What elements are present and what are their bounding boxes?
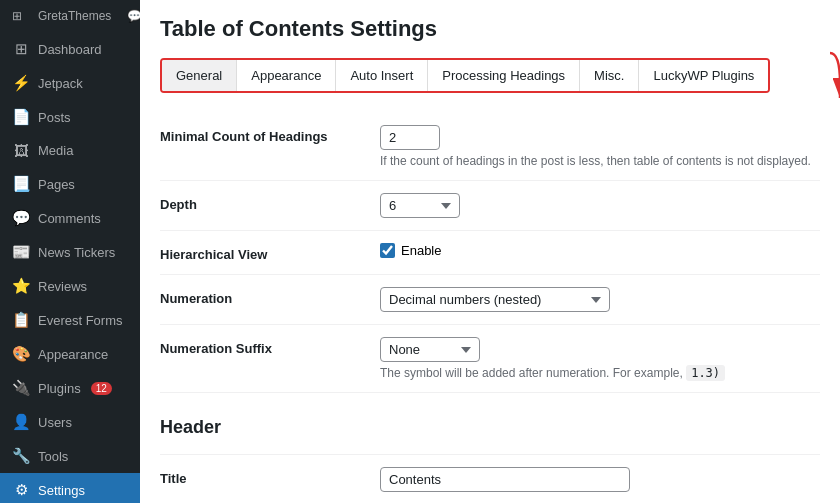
checkbox-hierarchical[interactable] bbox=[380, 243, 395, 258]
plugins-badge: 12 bbox=[91, 382, 112, 395]
control-hierarchical: Enable bbox=[380, 243, 820, 258]
sidebar-item-label: Posts bbox=[38, 110, 71, 125]
sidebar-menu: ⊞ Dashboard ⚡ Jetpack 📄 Posts 🖼 Media 📃 … bbox=[0, 32, 140, 503]
input-title[interactable] bbox=[380, 467, 630, 492]
checkbox-label-hierarchical[interactable]: Enable bbox=[380, 243, 820, 258]
sidebar-item-news-tickers[interactable]: 📰 News Tickers bbox=[0, 235, 140, 269]
input-min-headings[interactable] bbox=[380, 125, 440, 150]
sidebar-item-label: Users bbox=[38, 415, 72, 430]
sidebar-item-label: Pages bbox=[38, 177, 75, 192]
sidebar-item-label: Reviews bbox=[38, 279, 87, 294]
sidebar-item-dashboard[interactable]: ⊞ Dashboard bbox=[0, 32, 140, 66]
description-numeration-suffix: The symbol will be added after numeratio… bbox=[380, 366, 820, 380]
reviews-icon: ⭐ bbox=[12, 277, 30, 295]
sidebar-item-label: Plugins bbox=[38, 381, 81, 396]
sidebar-item-posts[interactable]: 📄 Posts bbox=[0, 100, 140, 134]
users-icon: 👤 bbox=[12, 413, 30, 431]
sidebar-item-users[interactable]: 👤 Users bbox=[0, 405, 140, 439]
tab-luckywp-plugins[interactable]: LuckyWP Plugins bbox=[639, 60, 768, 91]
sidebar-item-tools[interactable]: 🔧 Tools bbox=[0, 439, 140, 473]
sidebar-item-settings[interactable]: ⚙ Settings bbox=[0, 473, 140, 503]
news-tickers-icon: 📰 bbox=[12, 243, 30, 261]
plugins-icon: 🔌 bbox=[12, 379, 30, 397]
sidebar-item-media[interactable]: 🖼 Media bbox=[0, 134, 140, 167]
wp-logo[interactable]: ⊞ bbox=[12, 9, 22, 23]
control-depth: 6 1 2 3 4 5 bbox=[380, 193, 820, 218]
site-name[interactable]: GretaThemes bbox=[38, 9, 111, 23]
tab-auto-insert[interactable]: Auto Insert bbox=[336, 60, 428, 91]
sidebar-item-label: Settings bbox=[38, 483, 85, 498]
tab-general[interactable]: General bbox=[162, 60, 237, 91]
settings-row-title: Title bbox=[160, 455, 820, 503]
select-depth[interactable]: 6 1 2 3 4 5 bbox=[380, 193, 460, 218]
label-min-headings: Minimal Count of Headings bbox=[160, 125, 380, 144]
sidebar-item-comments[interactable]: 💬 Comments bbox=[0, 201, 140, 235]
appearance-icon: 🎨 bbox=[12, 345, 30, 363]
sidebar-item-everest-forms[interactable]: 📋 Everest Forms bbox=[0, 303, 140, 337]
sidebar-item-label: Appearance bbox=[38, 347, 108, 362]
sidebar-item-jetpack[interactable]: ⚡ Jetpack bbox=[0, 66, 140, 100]
dashboard-icon: ⊞ bbox=[12, 40, 30, 58]
settings-row-depth: Depth 6 1 2 3 4 5 bbox=[160, 181, 820, 231]
media-icon: 🖼 bbox=[12, 142, 30, 159]
settings-table: Minimal Count of Headings If the count o… bbox=[160, 113, 820, 503]
page-title: Table of Contents Settings bbox=[160, 16, 820, 42]
settings-row-numeration-suffix: Numeration Suffix None Dot Parenthesis T… bbox=[160, 325, 820, 393]
admin-top-bar: ⊞ GretaThemes 💬 21 ✉ 0 + New bbox=[0, 0, 140, 32]
control-numeration: Decimal numbers (nested) None Decimal nu… bbox=[380, 287, 820, 312]
tab-processing-headings[interactable]: Processing Headings bbox=[428, 60, 580, 91]
sidebar-item-label: Media bbox=[38, 143, 73, 158]
settings-tabs: General Appearance Auto Insert Processin… bbox=[160, 58, 770, 93]
settings-icon: ⚙ bbox=[12, 481, 30, 499]
content-area: Table of Contents Settings General Appea… bbox=[140, 0, 840, 503]
sidebar-item-label: Comments bbox=[38, 211, 101, 226]
sidebar-item-label: News Tickers bbox=[38, 245, 115, 260]
select-numeration-suffix[interactable]: None Dot Parenthesis bbox=[380, 337, 480, 362]
sidebar-item-label: Everest Forms bbox=[38, 313, 123, 328]
red-arrow-annotation bbox=[770, 43, 840, 113]
code-sample: 1.3) bbox=[686, 365, 725, 381]
description-min-headings: If the count of headings in the post is … bbox=[380, 154, 820, 168]
label-numeration-suffix: Numeration Suffix bbox=[160, 337, 380, 356]
posts-icon: 📄 bbox=[12, 108, 30, 126]
comments-icon: 💬 bbox=[12, 209, 30, 227]
tabs-wrapper: General Appearance Auto Insert Processin… bbox=[160, 58, 820, 93]
settings-row-header-section: Header bbox=[160, 393, 820, 455]
checkbox-text: Enable bbox=[401, 243, 441, 258]
label-numeration: Numeration bbox=[160, 287, 380, 306]
control-numeration-suffix: None Dot Parenthesis The symbol will be … bbox=[380, 337, 820, 380]
control-title bbox=[380, 467, 820, 492]
jetpack-icon: ⚡ bbox=[12, 74, 30, 92]
main-content: Table of Contents Settings General Appea… bbox=[140, 0, 840, 503]
settings-row-numeration: Numeration Decimal numbers (nested) None… bbox=[160, 275, 820, 325]
sidebar-item-reviews[interactable]: ⭐ Reviews bbox=[0, 269, 140, 303]
sidebar: ⊞ GretaThemes 💬 21 ✉ 0 + New ⊞ Dashboard… bbox=[0, 0, 140, 503]
select-numeration[interactable]: Decimal numbers (nested) None Decimal nu… bbox=[380, 287, 610, 312]
everest-forms-icon: 📋 bbox=[12, 311, 30, 329]
settings-row-hierarchical: Hierarchical View Enable bbox=[160, 231, 820, 275]
pages-icon: 📃 bbox=[12, 175, 30, 193]
tab-appearance[interactable]: Appearance bbox=[237, 60, 336, 91]
label-title: Title bbox=[160, 467, 380, 486]
settings-row-min-headings: Minimal Count of Headings If the count o… bbox=[160, 113, 820, 181]
label-hierarchical: Hierarchical View bbox=[160, 243, 380, 262]
tools-icon: 🔧 bbox=[12, 447, 30, 465]
sidebar-item-label: Tools bbox=[38, 449, 68, 464]
header-section-heading: Header bbox=[160, 405, 820, 442]
tab-misc[interactable]: Misc. bbox=[580, 60, 639, 91]
sidebar-item-appearance[interactable]: 🎨 Appearance bbox=[0, 337, 140, 371]
sidebar-item-plugins[interactable]: 🔌 Plugins 12 bbox=[0, 371, 140, 405]
label-depth: Depth bbox=[160, 193, 380, 212]
sidebar-item-pages[interactable]: 📃 Pages bbox=[0, 167, 140, 201]
sidebar-item-label: Jetpack bbox=[38, 76, 83, 91]
control-min-headings: If the count of headings in the post is … bbox=[380, 125, 820, 168]
sidebar-item-label: Dashboard bbox=[38, 42, 102, 57]
